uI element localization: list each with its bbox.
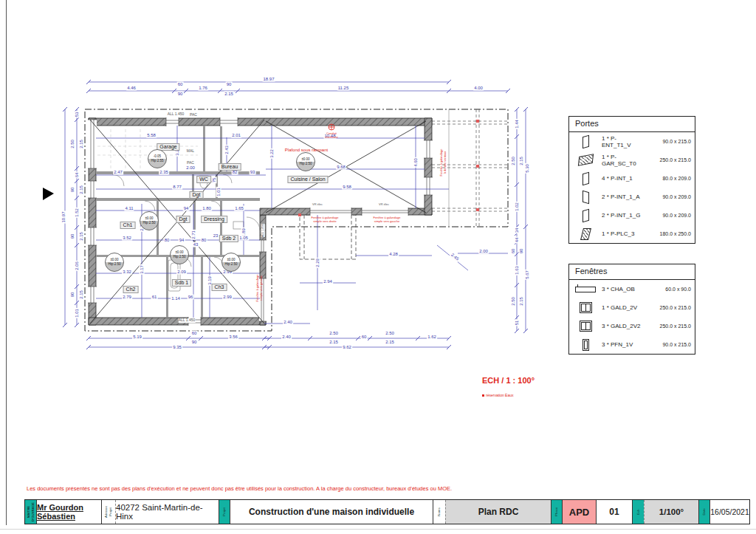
phase-value-cell: APD xyxy=(562,500,596,524)
disclaimer-text: Les documents présentés ne sont pas des … xyxy=(27,485,735,492)
address-label: Adresse Projet xyxy=(104,506,113,518)
owner-name: Mr Gourdon Sébastien xyxy=(37,503,101,521)
closet-door-icon xyxy=(580,228,591,240)
garage-door-icon xyxy=(577,154,593,166)
door-interior-icon xyxy=(583,190,589,204)
address-cell: 40272 Saint-Martin-de-Hinx xyxy=(115,500,219,524)
legend-item-label: 1 * P-GAR_SC_T0 xyxy=(602,154,645,167)
phase-value: APD xyxy=(569,507,589,518)
scale-note: ECH / 1 : 100° xyxy=(482,376,535,385)
index-cell: 01 xyxy=(596,500,632,524)
project-label: Projet xyxy=(222,507,227,516)
construction-lines-layer xyxy=(97,129,198,168)
date-value-cell: 16/05/2021 xyxy=(709,500,749,524)
legend-icon-cell xyxy=(569,191,602,203)
legend-item-label: 2 * P-INT_1_A xyxy=(602,194,645,200)
drawing-name: Plan RDC xyxy=(478,507,519,517)
legend-item-size: 90.0 x 209.0 xyxy=(645,194,695,199)
legend-doors-rows: 1 * P-ENT_T1_V90.0 x 215.01 * P-GAR_SC_T… xyxy=(569,132,695,243)
address-label-cell: Adresse Projet xyxy=(101,500,115,524)
legend-item-label: 2 * P-INT_1_G xyxy=(602,212,645,219)
date-label-cell: Date xyxy=(698,500,709,524)
legend-item-size: 90.0 x 215.0 xyxy=(645,139,695,144)
door-interior-icon xyxy=(583,171,589,185)
legend-row: 1 * P-PLC_3180.0 x 250.0 xyxy=(569,225,695,243)
legend-item-label: 3 * GALD_2V2 xyxy=(602,323,645,329)
phase-label-cell: Phase xyxy=(551,500,562,524)
legend-row: 3 * GALD_2V2250.0 x 215.0 xyxy=(569,317,695,335)
page-frame-bottom xyxy=(0,529,756,530)
project-title-cell: Construction d'une maison individuelle xyxy=(230,500,433,524)
legend-row: 1 * P-ENT_T1_V90.0 x 215.0 xyxy=(569,132,695,151)
owner-label: MAITRE D'OUVRAGE xyxy=(26,502,35,521)
legend-row: 4 * P-INT_180.0 x 209.0 xyxy=(569,169,695,188)
legend-item-size: 180.0 x 250.0 xyxy=(645,231,695,236)
legend-icon-cell xyxy=(569,173,602,185)
drawing-name-cell: Plan RDC xyxy=(445,500,551,524)
entrance-arrow-icon xyxy=(43,188,54,200)
reservation-note: réservation Eaux xyxy=(482,393,514,397)
project-title: Construction d'une maison individuelle xyxy=(249,507,414,517)
names-label-cell: Noms xyxy=(433,500,445,524)
legend-row: 3 * PFN_1V90.0 x 215.0 xyxy=(569,335,695,354)
scale-value-cell: 1/100° xyxy=(644,500,698,524)
legend-item-size: 90.0 x 215.0 xyxy=(645,342,695,347)
project-address: 40272 Saint-Martin-de-Hinx xyxy=(116,503,219,521)
project-label-cell: Projet xyxy=(219,500,230,524)
legend-icon-cell xyxy=(569,321,602,332)
legend-row: 1 * GALD_2V250.0 x 215.0 xyxy=(569,298,695,317)
legend-windows: Fenêtres 3 * CHA_OB60.0 x 90.01 * GALD_2… xyxy=(568,264,695,355)
legend-item-label: 1 * P-ENT_T1_V xyxy=(602,135,645,148)
legend-doors: Portes 1 * P-ENT_T1_V90.0 x 215.01 * P-G… xyxy=(568,116,695,244)
roof-outline-layer xyxy=(85,109,508,331)
scale-label-cell: Ech xyxy=(632,500,644,524)
door-interior-icon xyxy=(583,208,589,222)
window-high-icon xyxy=(575,287,596,292)
legend-icon-cell xyxy=(569,210,602,222)
legend-icon-cell xyxy=(569,339,602,351)
owner-name-cell: Mr Gourdon Sébastien xyxy=(36,500,101,524)
legend-item-label: 3 * CHA_OB xyxy=(602,286,645,292)
legend-row: 2 * P-INT_1_A90.0 x 209.0 xyxy=(569,188,695,206)
date-value: 16/05/2021 xyxy=(710,507,749,516)
legend-row: 1 * P-GAR_SC_T0250.0 x 215.0 xyxy=(569,151,695,169)
legend-item-size: 250.0 x 215.0 xyxy=(645,305,695,310)
legend-item-size: 250.0 x 215.0 xyxy=(645,324,695,329)
scale-label: Ech xyxy=(636,509,640,514)
legend-row: 2 * P-INT_1_G90.0 x 209.0 xyxy=(569,206,695,225)
legend-item-label: 1 * GALD_2V xyxy=(602,304,645,311)
reservation-note-text: réservation Eaux xyxy=(486,393,514,397)
legend-item-size: 80.0 x 209.0 xyxy=(645,176,695,181)
window-fixed-icon xyxy=(583,339,589,351)
pergola-layer xyxy=(432,109,508,227)
legend-windows-title: Fenêtres xyxy=(569,264,695,280)
legend-item-label: 3 * PFN_1V xyxy=(602,341,645,348)
window-sliding-icon xyxy=(580,302,592,313)
legend-icon-cell xyxy=(569,155,602,165)
legend-item-size: 250.0 x 215.0 xyxy=(645,157,695,162)
phase-label: Phase xyxy=(554,507,559,516)
legend-item-label: 1 * P-PLC_3 xyxy=(602,230,645,237)
legend-icon-cell xyxy=(569,228,602,240)
legend-icon-cell xyxy=(569,302,602,313)
date-label: Date xyxy=(702,508,707,515)
legend-icon-cell xyxy=(569,136,602,148)
legend-icon-cell xyxy=(569,287,602,292)
reservation-marker-icon xyxy=(482,394,484,397)
title-block: MAITRE D'OUVRAGE Mr Gourdon Sébastien Ad… xyxy=(24,499,750,524)
floor-plan-area: 18.974.4660901.76902.1511.254.0010.97532… xyxy=(0,0,756,487)
names-label: Noms xyxy=(437,507,441,516)
terrace-layer xyxy=(300,215,356,259)
door-entry-icon xyxy=(583,134,589,148)
index-value: 01 xyxy=(609,507,619,517)
legend-row: 3 * CHA_OB60.0 x 90.0 xyxy=(569,280,695,298)
legend-item-size: 60.0 x 90.0 xyxy=(645,287,695,292)
legend-doors-title: Portes xyxy=(569,117,695,132)
floor-plan-drawing xyxy=(0,0,756,487)
legend-item-size: 90.0 x 209.0 xyxy=(645,213,695,218)
scale-value: 1/100° xyxy=(659,507,684,516)
legend-item-label: 4 * P-INT_1 xyxy=(602,175,645,182)
owner-label-cell: MAITRE D'OUVRAGE xyxy=(25,500,36,524)
red-markers-layer xyxy=(298,120,479,216)
legend-windows-rows: 3 * CHA_OB60.0 x 90.01 * GALD_2V250.0 x … xyxy=(569,280,695,354)
